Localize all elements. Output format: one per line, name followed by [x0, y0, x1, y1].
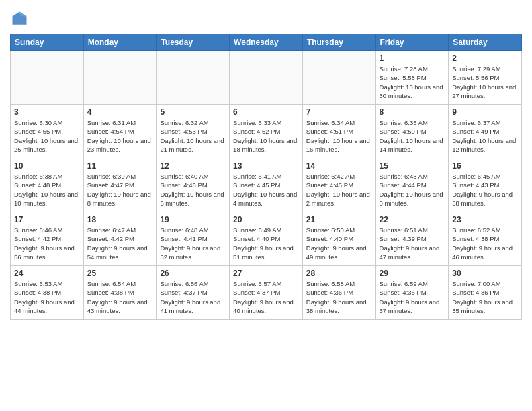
calendar-cell: 6Sunrise: 6:33 AMSunset: 4:52 PMDaylight… — [230, 105, 303, 158]
calendar-cell: 13Sunrise: 6:41 AMSunset: 4:45 PMDayligh… — [230, 158, 303, 212]
day-info: Sunrise: 6:47 AMSunset: 4:42 PMDaylight:… — [87, 226, 153, 261]
calendar-cell: 8Sunrise: 6:35 AMSunset: 4:50 PMDaylight… — [375, 105, 449, 158]
calendar-cell: 20Sunrise: 6:49 AMSunset: 4:40 PMDayligh… — [230, 212, 303, 266]
calendar-cell: 5Sunrise: 6:32 AMSunset: 4:53 PMDaylight… — [157, 105, 230, 158]
day-number: 15 — [380, 161, 445, 171]
day-info: Sunrise: 6:31 AMSunset: 4:54 PMDaylight:… — [87, 118, 153, 154]
weekday-header-saturday: Saturday — [449, 34, 522, 51]
day-number: 30 — [452, 269, 518, 278]
day-info: Sunrise: 6:39 AMSunset: 4:47 PMDaylight:… — [87, 172, 153, 208]
calendar-cell: 15Sunrise: 6:43 AMSunset: 4:44 PMDayligh… — [375, 158, 449, 212]
calendar-cell: 18Sunrise: 6:47 AMSunset: 4:42 PMDayligh… — [83, 212, 157, 266]
calendar-week-3: 10Sunrise: 6:38 AMSunset: 4:48 PMDayligh… — [11, 158, 522, 212]
calendar-cell: 25Sunrise: 6:54 AMSunset: 4:38 PMDayligh… — [83, 266, 157, 320]
day-number: 8 — [380, 107, 445, 117]
calendar-cell: 28Sunrise: 6:58 AMSunset: 4:36 PMDayligh… — [302, 266, 375, 320]
day-info: Sunrise: 6:35 AMSunset: 4:50 PMDaylight:… — [380, 118, 445, 154]
day-info: Sunrise: 6:50 AMSunset: 4:40 PMDaylight:… — [306, 226, 372, 261]
day-number: 13 — [233, 161, 299, 171]
calendar-cell: 27Sunrise: 6:57 AMSunset: 4:37 PMDayligh… — [230, 266, 303, 320]
day-info: Sunrise: 6:34 AMSunset: 4:51 PMDaylight:… — [306, 118, 372, 154]
day-info: Sunrise: 6:58 AMSunset: 4:36 PMDaylight:… — [306, 279, 372, 315]
day-number: 22 — [380, 215, 445, 224]
day-number: 21 — [306, 215, 372, 224]
weekday-header-sunday: Sunday — [11, 34, 84, 51]
weekday-header-wednesday: Wednesday — [230, 34, 303, 51]
calendar-week-2: 3Sunrise: 6:30 AMSunset: 4:55 PMDaylight… — [11, 105, 522, 158]
day-info: Sunrise: 7:28 AMSunset: 5:58 PMDaylight:… — [380, 64, 445, 100]
weekday-header-monday: Monday — [83, 34, 157, 51]
calendar-cell: 7Sunrise: 6:34 AMSunset: 4:51 PMDaylight… — [302, 105, 375, 158]
weekday-header-row: SundayMondayTuesdayWednesdayThursdayFrid… — [11, 34, 522, 51]
day-number: 23 — [452, 215, 518, 224]
page-header — [10, 7, 522, 28]
calendar-cell: 29Sunrise: 6:59 AMSunset: 4:36 PMDayligh… — [375, 266, 449, 320]
calendar-cell: 26Sunrise: 6:56 AMSunset: 4:37 PMDayligh… — [157, 266, 230, 320]
day-number: 9 — [452, 107, 518, 117]
day-number: 7 — [306, 107, 372, 117]
day-info: Sunrise: 6:45 AMSunset: 4:43 PMDaylight:… — [452, 172, 518, 208]
calendar-cell: 1Sunrise: 7:28 AMSunset: 5:58 PMDaylight… — [375, 51, 449, 105]
weekday-header-tuesday: Tuesday — [157, 34, 230, 51]
day-number: 20 — [233, 215, 299, 224]
calendar-cell: 3Sunrise: 6:30 AMSunset: 4:55 PMDaylight… — [11, 105, 84, 158]
day-info: Sunrise: 6:46 AMSunset: 4:42 PMDaylight:… — [14, 226, 80, 261]
day-info: Sunrise: 6:59 AMSunset: 4:36 PMDaylight:… — [380, 279, 445, 315]
day-info: Sunrise: 6:40 AMSunset: 4:46 PMDaylight:… — [160, 172, 226, 208]
day-info: Sunrise: 6:54 AMSunset: 4:38 PMDaylight:… — [87, 279, 153, 315]
calendar-cell: 10Sunrise: 6:38 AMSunset: 4:48 PMDayligh… — [11, 158, 84, 212]
day-number: 19 — [160, 215, 226, 224]
calendar-week-4: 17Sunrise: 6:46 AMSunset: 4:42 PMDayligh… — [11, 212, 522, 266]
day-number: 17 — [14, 215, 80, 224]
day-number: 24 — [14, 269, 80, 278]
day-number: 16 — [452, 161, 518, 171]
calendar-cell: 30Sunrise: 7:00 AMSunset: 4:36 PMDayligh… — [449, 266, 522, 320]
weekday-header-thursday: Thursday — [302, 34, 375, 51]
calendar-cell: 23Sunrise: 6:52 AMSunset: 4:38 PMDayligh… — [449, 212, 522, 266]
day-number: 12 — [160, 161, 226, 171]
logo-icon — [10, 9, 29, 28]
day-info: Sunrise: 6:30 AMSunset: 4:55 PMDaylight:… — [14, 118, 80, 154]
day-info: Sunrise: 6:37 AMSunset: 4:49 PMDaylight:… — [452, 118, 518, 154]
day-number: 3 — [14, 107, 80, 117]
calendar-cell — [11, 51, 84, 105]
calendar-cell — [83, 51, 157, 105]
day-info: Sunrise: 6:41 AMSunset: 4:45 PMDaylight:… — [233, 172, 299, 208]
day-number: 25 — [87, 269, 153, 278]
day-info: Sunrise: 6:52 AMSunset: 4:38 PMDaylight:… — [452, 226, 518, 261]
calendar-cell: 9Sunrise: 6:37 AMSunset: 4:49 PMDaylight… — [449, 105, 522, 158]
day-info: Sunrise: 6:42 AMSunset: 4:45 PMDaylight:… — [306, 172, 372, 208]
calendar-week-5: 24Sunrise: 6:53 AMSunset: 4:38 PMDayligh… — [11, 266, 522, 320]
day-number: 4 — [87, 107, 153, 117]
day-info: Sunrise: 6:56 AMSunset: 4:37 PMDaylight:… — [160, 279, 226, 315]
day-number: 6 — [233, 107, 299, 117]
calendar-week-1: 1Sunrise: 7:28 AMSunset: 5:58 PMDaylight… — [11, 51, 522, 105]
day-number: 5 — [160, 107, 226, 117]
day-number: 26 — [160, 269, 226, 278]
day-number: 10 — [14, 161, 80, 171]
calendar-cell: 24Sunrise: 6:53 AMSunset: 4:38 PMDayligh… — [11, 266, 84, 320]
calendar-cell: 16Sunrise: 6:45 AMSunset: 4:43 PMDayligh… — [449, 158, 522, 212]
day-number: 28 — [306, 269, 372, 278]
weekday-header-friday: Friday — [375, 34, 449, 51]
day-number: 27 — [233, 269, 299, 278]
calendar-cell: 12Sunrise: 6:40 AMSunset: 4:46 PMDayligh… — [157, 158, 230, 212]
day-info: Sunrise: 6:43 AMSunset: 4:44 PMDaylight:… — [380, 172, 445, 208]
calendar-cell: 2Sunrise: 7:29 AMSunset: 5:56 PMDaylight… — [449, 51, 522, 105]
day-info: Sunrise: 6:32 AMSunset: 4:53 PMDaylight:… — [160, 118, 226, 154]
day-number: 29 — [380, 269, 445, 278]
calendar-table: SundayMondayTuesdayWednesdayThursdayFrid… — [10, 34, 522, 320]
day-number: 1 — [380, 54, 445, 63]
day-number: 18 — [87, 215, 153, 224]
day-number: 11 — [87, 161, 153, 171]
calendar-cell: 19Sunrise: 6:48 AMSunset: 4:41 PMDayligh… — [157, 212, 230, 266]
day-number: 2 — [452, 54, 518, 63]
day-info: Sunrise: 6:51 AMSunset: 4:39 PMDaylight:… — [380, 226, 445, 261]
day-info: Sunrise: 6:48 AMSunset: 4:41 PMDaylight:… — [160, 226, 226, 261]
day-info: Sunrise: 6:53 AMSunset: 4:38 PMDaylight:… — [14, 279, 80, 315]
day-info: Sunrise: 7:00 AMSunset: 4:36 PMDaylight:… — [452, 279, 518, 315]
calendar-cell: 11Sunrise: 6:39 AMSunset: 4:47 PMDayligh… — [83, 158, 157, 212]
logo — [10, 9, 32, 28]
calendar-cell: 4Sunrise: 6:31 AMSunset: 4:54 PMDaylight… — [83, 105, 157, 158]
calendar-cell: 22Sunrise: 6:51 AMSunset: 4:39 PMDayligh… — [375, 212, 449, 266]
